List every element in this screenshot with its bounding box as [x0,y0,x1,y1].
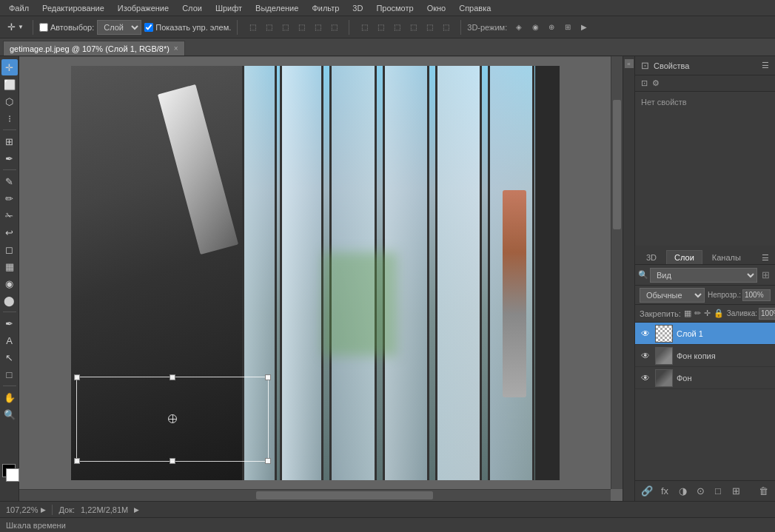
menu-view[interactable]: Просмотр [370,2,419,14]
tool-pen[interactable]: ✒ [1,315,18,331]
layer-select[interactable]: Слой [97,20,141,35]
tool-eyedropper[interactable]: ✒ [1,150,18,166]
tool-shape[interactable]: □ [1,366,18,383]
horizontal-scrollbar[interactable] [19,489,611,501]
layer-visibility-fon[interactable]: 👁 [640,372,651,384]
align-top-btn[interactable]: ⬚ [294,20,309,35]
dist-right-btn[interactable]: ⬚ [389,20,404,35]
tool-selection[interactable]: ⬜ [1,76,18,92]
tool-text[interactable]: A [1,332,18,349]
layer-visibility-sloy1[interactable]: 👁 [640,328,651,340]
tool-history-brush[interactable]: ↩ [1,224,18,240]
tool-blur[interactable]: ◉ [1,275,18,292]
add-mask-btn[interactable]: ◑ [675,484,690,499]
show-controls-checkbox[interactable] [144,23,153,32]
transform-handle-tc[interactable] [170,374,175,380]
show-controls-label[interactable]: Показать упр. элем. [144,23,231,32]
layer-thumb-sloy1 [655,325,673,343]
h-scroll-thumb[interactable] [256,491,434,499]
add-style-btn[interactable]: fx [657,484,672,499]
layers-filter-select[interactable]: Вид [650,268,757,283]
align-center-v-btn[interactable]: ⬚ [310,20,325,35]
add-adjustment-btn[interactable]: ⊙ [693,484,708,499]
menu-layers[interactable]: Слои [176,2,208,14]
align-right-btn[interactable]: ⬚ [278,20,292,35]
properties-menu-btn[interactable]: ☰ [762,61,769,70]
side-collapse-btn[interactable]: « [625,59,634,68]
new-layer-btn[interactable]: ⊞ [728,484,743,499]
layers-panel-menu[interactable]: ☰ [759,252,772,264]
dist-bottom-btn[interactable]: ⬚ [438,20,453,35]
dist-center-h-btn[interactable]: ⬚ [373,20,388,35]
menu-image[interactable]: Изображение [112,2,175,14]
transform-handle-bc[interactable] [170,458,175,464]
new-group-btn[interactable]: □ [711,484,725,499]
tab-layers[interactable]: Слои [666,250,702,264]
menu-edit[interactable]: Редактирование [36,2,110,14]
transform-handle-tl[interactable] [74,374,80,380]
layer-item-sloy1[interactable]: 👁 Слой 1 [635,323,775,345]
3d-btn-5[interactable]: ▶ [577,20,591,35]
tool-magic-wand[interactable]: ⁝ [1,110,18,127]
tab-channels[interactable]: Каналы [704,250,749,264]
doc-size-arrow-btn[interactable]: ▶ [134,506,139,514]
transform-handle-br[interactable] [265,458,271,464]
dist-left-btn[interactable]: ⬚ [357,20,372,35]
properties-tool-1[interactable]: ⊡ [641,78,648,88]
lock-position-icon[interactable]: ✛ [704,309,711,319]
menu-select[interactable]: Выделение [249,2,304,14]
layer-visibility-fon-kopiya[interactable]: 👁 [640,350,651,362]
3d-btn-1[interactable]: ◈ [511,20,526,35]
transform-handle-tr[interactable] [265,374,271,380]
lock-brush-icon[interactable]: ✏ [694,309,701,319]
auto-select-label[interactable]: Автовыбор: [39,23,94,32]
3d-btn-4[interactable]: ⊞ [560,20,575,35]
dist-top-btn[interactable]: ⬚ [406,20,420,35]
blend-mode-select[interactable]: Обычные [640,288,705,303]
zoom-indicator-btn[interactable]: ▶ [41,506,46,514]
tool-move[interactable]: ✛ [1,59,18,75]
v-scroll-thumb[interactable] [613,100,621,230]
canvas-image[interactable] [71,66,560,480]
align-bottom-btn[interactable]: ⬚ [326,20,341,35]
tool-eraser[interactable]: ◻ [1,241,18,257]
dist-center-v-btn[interactable]: ⬚ [422,20,437,35]
tool-gradient[interactable]: ▦ [1,258,18,275]
align-center-h-btn[interactable]: ⬚ [261,20,276,35]
document-tab[interactable]: getimage.pl.jpeg @ 107% (Слой 1, RGB/8*)… [3,41,185,55]
menu-3d[interactable]: 3D [346,2,369,14]
menu-window[interactable]: Окно [421,2,452,14]
menu-filter[interactable]: Фильтр [306,2,345,14]
new-layer-from-panel-btn[interactable]: ⊞ [759,269,772,282]
lock-all-icon[interactable]: 🔒 [714,309,724,319]
transform-handle-bl[interactable] [74,458,80,464]
tab-3d[interactable]: 3D [638,250,665,264]
menu-help[interactable]: Справка [453,2,497,14]
opacity-input[interactable] [742,289,771,301]
3d-btn-3[interactable]: ⊕ [544,20,559,35]
menu-font[interactable]: Шрифт [209,2,248,14]
link-layers-btn[interactable]: 🔗 [640,484,654,499]
tool-crop[interactable]: ⊞ [1,133,18,149]
align-left-btn[interactable]: ⬚ [245,20,260,35]
lock-transparency-icon[interactable]: ▦ [684,309,691,319]
properties-tool-2[interactable]: ⚙ [652,78,660,88]
vertical-scrollbar[interactable] [611,56,623,489]
auto-select-checkbox[interactable] [39,23,48,32]
bg-color-swatch[interactable] [6,468,19,482]
delete-layer-btn[interactable]: 🗑 [756,484,771,499]
menu-file[interactable]: Файл [3,2,35,14]
layer-item-fon-kopiya[interactable]: 👁 Фон копия [635,345,775,367]
layer-item-fon[interactable]: 👁 Фон [635,367,775,389]
tool-clone[interactable]: ✁ [1,207,18,223]
tool-hand[interactable]: ✋ [1,389,18,405]
tool-lasso[interactable]: ⬡ [1,93,18,110]
fill-input[interactable] [759,308,775,320]
tool-brush[interactable]: ✏ [1,190,18,206]
3d-btn-2[interactable]: ◉ [528,20,543,35]
tool-path-select[interactable]: ↖ [1,349,18,366]
tab-close-btn[interactable]: × [174,44,178,53]
tool-dodge[interactable]: ⬤ [1,292,18,309]
tool-zoom[interactable]: 🔍 [1,406,18,422]
tool-heal[interactable]: ✎ [1,173,18,189]
